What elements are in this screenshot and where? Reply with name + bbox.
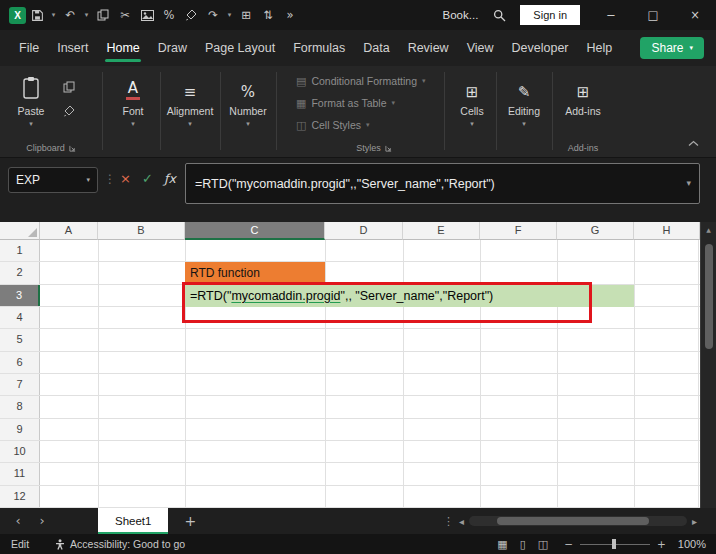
tab-home[interactable]: Home	[97, 30, 148, 66]
insert-function-icon[interactable]: ƒx	[164, 171, 176, 186]
chevron-down-icon[interactable]: ▾	[86, 176, 90, 184]
row-header-6[interactable]: 6	[0, 352, 40, 373]
row-header-10[interactable]: 10	[0, 441, 40, 462]
number-label: Number	[229, 105, 266, 117]
zoom-slider-thumb[interactable]	[612, 539, 616, 549]
scroll-left-icon[interactable]: ◂	[459, 516, 464, 527]
scroll-up-icon[interactable]: ▲	[701, 222, 716, 238]
redo-icon[interactable]: ↷	[202, 0, 224, 30]
maximize-button[interactable]: □	[632, 0, 674, 30]
cell-styles-button[interactable]: ◫ Cell Styles ▾	[296, 114, 452, 136]
dialog-launcher-icon[interactable]	[385, 145, 392, 152]
sheet-nav-prev-button[interactable]: ‹	[6, 508, 30, 534]
tab-view[interactable]: View	[458, 30, 503, 66]
name-box[interactable]: EXP ▾	[8, 167, 98, 193]
format-painter-icon[interactable]	[180, 0, 202, 30]
sign-in-button[interactable]: Sign in	[520, 5, 580, 25]
alignment-group-button[interactable]: ≡ Alignment ▾	[164, 70, 216, 136]
format-painter-button[interactable]	[60, 102, 78, 120]
vertical-scrollbar-thumb[interactable]	[705, 244, 713, 349]
cell-styles-label: Cell Styles	[311, 119, 361, 131]
minimize-button[interactable]: −	[590, 0, 632, 30]
column-header-d[interactable]: D	[325, 222, 403, 240]
formula-input[interactable]: =RTD("mycomaddin.progid",,"Server_name",…	[185, 163, 700, 204]
horizontal-scrollbar-thumb[interactable]	[497, 517, 649, 525]
add-sheet-button[interactable]: +	[184, 513, 196, 529]
select-all-corner[interactable]	[0, 222, 40, 240]
column-header-f[interactable]: F	[480, 222, 557, 240]
grid-body[interactable]: 1 2 3 4 5 6 7 8 9 10 11 12 RTD function …	[0, 240, 700, 508]
font-group-button[interactable]: A Font ▾	[110, 70, 156, 136]
column-header-h[interactable]: H	[634, 222, 700, 240]
number-group-button[interactable]: % Number ▾	[224, 70, 272, 136]
zoom-slider[interactable]	[580, 539, 650, 549]
page-layout-view-button[interactable]: ▯	[520, 538, 526, 551]
vertical-scrollbar[interactable]: ▲	[700, 222, 716, 508]
editing-group-button[interactable]: ✎ Editing ▾	[500, 70, 548, 136]
row-header-3[interactable]: 3	[0, 285, 40, 306]
collapse-ribbon-icon[interactable]	[688, 140, 699, 147]
tab-insert[interactable]: Insert	[48, 30, 97, 66]
picture-icon[interactable]	[136, 0, 158, 30]
column-header-a[interactable]: A	[40, 222, 98, 240]
tab-data[interactable]: Data	[354, 30, 398, 66]
add-ins-button[interactable]: ⊞ Add-ins	[558, 70, 608, 136]
redo-dropdown-icon[interactable]: ▾	[224, 0, 235, 30]
scroll-right-icon[interactable]: ▸	[692, 516, 697, 527]
row-header-12[interactable]: 12	[0, 486, 40, 507]
tab-file[interactable]: File	[10, 30, 48, 66]
toolbar-overflow-icon[interactable]: »	[279, 0, 301, 30]
dialog-launcher-icon[interactable]	[69, 145, 76, 152]
cut-icon[interactable]: ✂	[114, 0, 136, 30]
undo-dropdown-icon[interactable]: ▾	[81, 0, 92, 30]
tab-developer[interactable]: Developer	[503, 30, 578, 66]
row-header-4[interactable]: 4	[0, 307, 40, 328]
tab-page-layout[interactable]: Page Layout	[196, 30, 284, 66]
percent-style-icon[interactable]: %	[158, 0, 180, 30]
tab-formulas[interactable]: Formulas	[284, 30, 354, 66]
name-box-value: EXP	[16, 173, 86, 187]
tab-draw[interactable]: Draw	[149, 30, 196, 66]
row-header-2[interactable]: 2	[0, 262, 40, 283]
format-as-table-button[interactable]: ▦ Format as Table ▾	[296, 92, 452, 114]
cancel-icon[interactable]: ×	[120, 171, 131, 186]
zoom-out-button[interactable]: −	[564, 538, 573, 550]
accessibility-status[interactable]: Accessibility: Good to go	[55, 538, 185, 550]
close-button[interactable]: ×	[674, 0, 716, 30]
tab-review[interactable]: Review	[399, 30, 458, 66]
paste-button[interactable]: Paste ▾	[8, 70, 54, 136]
row-header-8[interactable]: 8	[0, 396, 40, 417]
horizontal-scrollbar[interactable]	[469, 516, 687, 526]
cells-group-button[interactable]: ⊞ Cells ▾	[450, 70, 494, 136]
undo-icon[interactable]: ↶	[59, 0, 81, 30]
column-header-c[interactable]: C	[185, 222, 325, 240]
sheet-tab-sheet1[interactable]: Sheet1	[98, 508, 168, 534]
row-header-9[interactable]: 9	[0, 419, 40, 440]
row-header-5[interactable]: 5	[0, 329, 40, 350]
table-icon[interactable]: ⊞	[235, 0, 257, 30]
enter-icon[interactable]: ✓	[142, 171, 153, 186]
row-header-11[interactable]: 11	[0, 463, 40, 484]
sort-icon[interactable]: ⇅	[257, 0, 279, 30]
share-button[interactable]: Share ▾	[640, 37, 704, 59]
add-ins-icon: ⊞	[577, 85, 590, 100]
page-break-view-button[interactable]: ◫	[538, 538, 548, 551]
zoom-level[interactable]: 100%	[678, 538, 706, 550]
zoom-in-button[interactable]: +	[657, 538, 666, 550]
copy-icon[interactable]	[92, 0, 114, 30]
tab-help[interactable]: Help	[578, 30, 622, 66]
sheet-options-icon[interactable]: ⋮	[443, 515, 454, 528]
save-icon[interactable]	[26, 0, 48, 30]
column-header-e[interactable]: E	[403, 222, 480, 240]
expand-formula-bar-icon[interactable]: ▾	[686, 178, 691, 188]
search-icon[interactable]	[488, 0, 510, 30]
column-header-g[interactable]: G	[557, 222, 634, 240]
normal-view-button[interactable]: ▦	[497, 538, 507, 551]
sheet-nav-next-button[interactable]: ›	[30, 508, 54, 534]
conditional-formatting-button[interactable]: ▤ Conditional Formatting ▾	[296, 70, 452, 92]
copy-button[interactable]	[60, 78, 78, 96]
autosave-dropdown-icon[interactable]: ▾	[48, 0, 59, 30]
column-header-b[interactable]: B	[98, 222, 185, 240]
row-header-7[interactable]: 7	[0, 374, 40, 395]
row-header-1[interactable]: 1	[0, 240, 40, 261]
